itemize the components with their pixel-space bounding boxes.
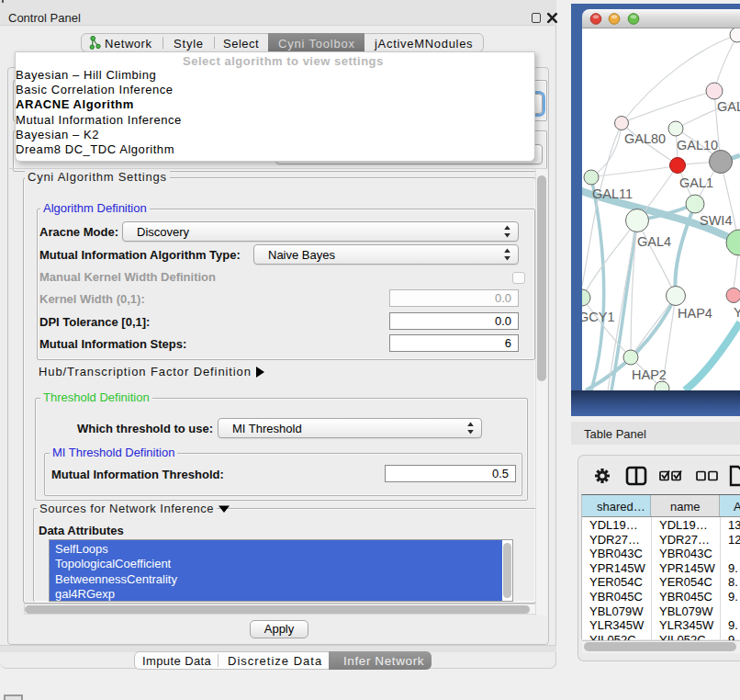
svg-text:GAL11: GAL11 xyxy=(592,186,633,201)
svg-text:HAP2: HAP2 xyxy=(632,367,667,382)
svg-text:GCY1: GCY1 xyxy=(582,310,615,324)
svg-text:Y: Y xyxy=(734,305,740,320)
svg-text:GAL1: GAL1 xyxy=(679,175,713,190)
svg-text:GAL: GAL xyxy=(717,99,740,114)
svg-text:GAL4: GAL4 xyxy=(637,234,671,249)
svg-text:SWI4: SWI4 xyxy=(700,213,732,228)
svg-text:HAP4: HAP4 xyxy=(678,306,712,321)
svg-text:GAL80: GAL80 xyxy=(624,131,666,146)
svg-text:GAL10: GAL10 xyxy=(677,138,718,152)
